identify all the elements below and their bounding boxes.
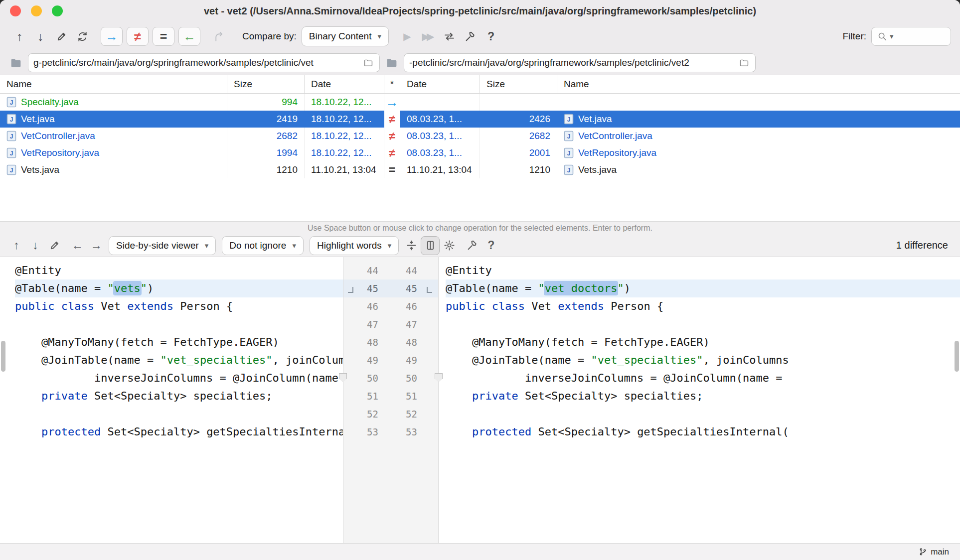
- minimize-button[interactable]: [31, 5, 42, 16]
- diff-next-file-button[interactable]: →: [87, 236, 106, 255]
- java-file-icon: J: [6, 97, 16, 108]
- operation-icon[interactable]: =: [384, 161, 400, 178]
- zoom-button[interactable]: [52, 5, 63, 16]
- play-all-icon: ▶▶: [422, 31, 435, 41]
- equal-filter-toggle[interactable]: =: [153, 27, 174, 46]
- table-row[interactable]: JSpecialty.java99418.10.22, 12...→: [0, 94, 960, 111]
- column-header-size-right: Size: [480, 75, 557, 93]
- ignore-policy-dropdown[interactable]: Do not ignore ▾: [222, 236, 304, 255]
- compare-by-value: Binary Content: [309, 31, 372, 42]
- browse-folder-icon-left[interactable]: [362, 58, 374, 68]
- edit-source-button[interactable]: [51, 26, 72, 46]
- table-row[interactable]: JVet.java241918.10.22, 12...≠08.03.23, 1…: [0, 111, 960, 128]
- equal-icon: =: [160, 29, 167, 44]
- svg-text:J: J: [567, 150, 571, 157]
- diff-tools-button[interactable]: [463, 236, 481, 255]
- table-row[interactable]: JVets.java121011.10.21, 13:04=11.10.21, …: [0, 161, 960, 178]
- filter-input[interactable]: [896, 31, 939, 42]
- gutter-line-51: 5151: [343, 387, 438, 405]
- code-line-47: [15, 315, 343, 333]
- hint-text: Use Space button or mouse click to chang…: [308, 224, 652, 233]
- svg-text:J: J: [10, 167, 13, 174]
- collapse-unchanged-button[interactable]: [402, 236, 421, 255]
- code-line-45: @Table(name = "vets"): [15, 280, 343, 297]
- tools-button[interactable]: [460, 26, 480, 46]
- pencil-icon: [48, 239, 61, 252]
- diff-gutter: 4343444445454646474748484949505051515252…: [343, 257, 439, 543]
- java-file-icon: J: [6, 147, 16, 158]
- swap-sync-button[interactable]: [439, 26, 460, 46]
- code-line-47: [446, 315, 960, 333]
- column-header-size-left: Size: [227, 75, 304, 93]
- operation-icon[interactable]: →: [384, 94, 400, 111]
- hint-bar: Use Space button or mouse click to chang…: [0, 221, 960, 234]
- code-line-52: [446, 405, 960, 423]
- code-line-50: inverseJoinColumns = @JoinColumn(name =: [446, 369, 960, 387]
- git-branch-widget[interactable]: main: [918, 547, 949, 557]
- down-arrow-icon: ↓: [37, 30, 44, 43]
- chevron-down-icon: ▾: [377, 32, 381, 41]
- table-row[interactable]: JVetRepository.java199418.10.22, 12...≠0…: [0, 144, 960, 161]
- status-bar: main: [0, 543, 960, 560]
- diff-previous-change-button[interactable]: ↑: [7, 236, 26, 255]
- diff-previous-file-button[interactable]: ←: [68, 236, 87, 255]
- operation-icon[interactable]: ≠: [384, 128, 400, 144]
- right-path-field[interactable]: -petclinic/src/main/java/org/springframe…: [404, 53, 756, 72]
- copy-right-filter-toggle[interactable]: →: [101, 27, 123, 46]
- java-file-icon: J: [564, 164, 574, 175]
- refresh-icon: [76, 30, 89, 43]
- right-file-cell: JVetRepository.java: [557, 144, 960, 161]
- arrow-right-icon: →: [91, 240, 102, 251]
- diff-next-change-button[interactable]: ↓: [26, 236, 45, 255]
- refresh-button[interactable]: [72, 26, 93, 46]
- table-empty-area: [0, 178, 960, 221]
- close-button[interactable]: [10, 5, 21, 16]
- browse-folder-icon-right[interactable]: [738, 58, 750, 68]
- operation-icon[interactable]: ≠: [384, 144, 400, 161]
- operation-icon[interactable]: ≠: [384, 111, 400, 128]
- viewer-mode-dropdown[interactable]: Side-by-side viewer ▾: [109, 236, 216, 255]
- left-file-cell: JVet.java: [0, 111, 227, 128]
- left-date-cell: 18.10.22, 12...: [304, 128, 384, 144]
- left-editor[interactable]: */@Entity@Table(name = "vets")public cla…: [0, 257, 343, 543]
- compare-by-dropdown[interactable]: Binary Content ▾: [302, 26, 389, 46]
- diff-settings-button[interactable]: [440, 236, 459, 255]
- synchronized-scrolling-button[interactable]: [421, 236, 440, 255]
- svg-text:J: J: [10, 133, 13, 140]
- not-equal-filter-toggle[interactable]: ≠: [127, 27, 149, 46]
- java-file-icon: J: [6, 164, 16, 175]
- diff-edit-button[interactable]: [45, 236, 64, 255]
- java-file-icon: J: [564, 131, 574, 141]
- copy-left-filter-toggle[interactable]: ←: [178, 27, 200, 46]
- right-date-cell: 08.03.23, 1...: [400, 111, 480, 128]
- apply-selected-button: ▶: [397, 26, 418, 46]
- next-difference-button[interactable]: ↓: [30, 26, 51, 46]
- left-scrollbar[interactable]: [1, 341, 5, 372]
- right-code: */@Entity@Table(name = "vet doctors")pub…: [439, 257, 960, 441]
- help-button[interactable]: ?: [480, 26, 501, 46]
- table-row[interactable]: JVetController.java268218.10.22, 12...≠0…: [0, 128, 960, 144]
- left-path-field[interactable]: g-petclinic/src/main/java/org/springfram…: [28, 53, 380, 72]
- ignore-policy-value: Do not ignore: [229, 240, 286, 251]
- right-file-cell: JVet.java: [557, 111, 960, 128]
- chevron-down-icon: ▾: [205, 241, 209, 250]
- diff-table-body: JSpecialty.java99418.10.22, 12...→JVet.j…: [0, 94, 960, 178]
- svg-text:J: J: [567, 133, 571, 140]
- code-line-53: protected Set<Specialty> getSpecialtiesI…: [15, 423, 343, 441]
- left-date-cell: 18.10.22, 12...: [304, 144, 384, 161]
- right-editor[interactable]: */@Entity@Table(name = "vet doctors")pub…: [439, 257, 960, 543]
- right-size-cell: 2426: [480, 111, 557, 128]
- svg-text:J: J: [567, 116, 571, 123]
- change-marker-right-icon: [427, 287, 432, 293]
- previous-difference-button[interactable]: ↑: [9, 26, 30, 46]
- left-size-cell: 2682: [227, 128, 304, 144]
- filter-search-box[interactable]: ▾: [871, 27, 951, 46]
- left-file-cell: JVetController.java: [0, 128, 227, 144]
- right-scrollbar[interactable]: [955, 341, 959, 372]
- right-path-text: -petclinic/src/main/java/org/springframe…: [409, 57, 734, 68]
- diff-toolbar: ↑ ↓ ← → Side-by-side viewer ▾ Do not ign…: [0, 234, 960, 257]
- highlight-mode-dropdown[interactable]: Highlight words ▾: [310, 236, 399, 255]
- arrow-left-icon: ←: [183, 29, 196, 44]
- diff-help-button[interactable]: ?: [481, 236, 500, 255]
- left-code: */@Entity@Table(name = "vets")public cla…: [0, 257, 343, 441]
